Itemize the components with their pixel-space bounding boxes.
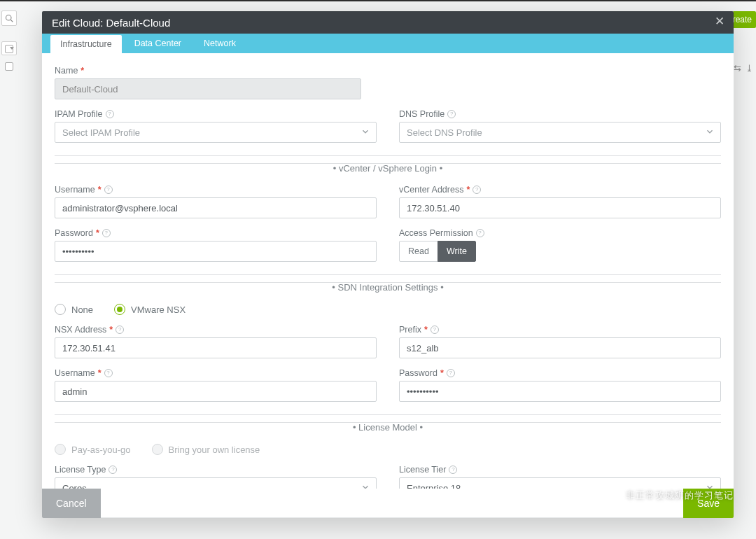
chevron-down-icon bbox=[360, 482, 370, 489]
help-icon[interactable]: ? bbox=[447, 369, 455, 377]
license-payg-radio[interactable]: Pay-as-you-go bbox=[55, 444, 131, 455]
vcenter-label: vCenter Address bbox=[399, 185, 463, 195]
tab-datacenter[interactable]: Data Center bbox=[125, 34, 191, 53]
access-label: Access Permission bbox=[399, 228, 473, 238]
chevron-down-icon bbox=[705, 127, 715, 139]
help-icon[interactable]: ? bbox=[449, 465, 457, 474]
username-input[interactable] bbox=[55, 197, 377, 218]
nsx-username-label: Username bbox=[55, 368, 95, 378]
license-tier-select[interactable]: Enterprise 18 bbox=[399, 477, 721, 489]
tab-infrastructure[interactable]: Infrastructure bbox=[50, 35, 122, 53]
download-icon[interactable]: ⤓ bbox=[746, 63, 753, 74]
help-icon[interactable]: ? bbox=[108, 465, 117, 474]
help-icon[interactable]: ? bbox=[104, 369, 113, 377]
svg-point-0 bbox=[6, 15, 12, 21]
chevron-down-icon bbox=[705, 482, 715, 489]
help-icon[interactable]: ? bbox=[106, 110, 114, 118]
help-icon[interactable]: ? bbox=[104, 186, 113, 194]
dns-profile-select[interactable]: Select DNS Profile bbox=[399, 122, 721, 143]
tab-network[interactable]: Network bbox=[194, 34, 246, 53]
search-button[interactable] bbox=[1, 10, 17, 26]
row-checkbox[interactable] bbox=[5, 62, 13, 71]
access-permission-toggle: Read Write bbox=[399, 241, 721, 262]
license-type-label: License Type bbox=[55, 465, 106, 475]
modal-body: Name* IPAM Profile ? Select IPAM Profile… bbox=[42, 53, 734, 489]
username-label: Username bbox=[55, 185, 95, 195]
nsx-address-label: NSX Address bbox=[55, 325, 106, 335]
modal-title: Edit Cloud: Default-Cloud bbox=[52, 17, 170, 29]
license-tier-label: License Tier bbox=[399, 465, 446, 475]
cancel-button[interactable]: Cancel bbox=[42, 489, 101, 518]
help-icon[interactable]: ? bbox=[115, 326, 124, 334]
nsx-prefix-input[interactable] bbox=[399, 337, 721, 358]
sdn-vmware-nsx-radio[interactable]: VMware NSX bbox=[114, 304, 186, 315]
svg-line-1 bbox=[10, 20, 13, 22]
save-button[interactable]: Save bbox=[683, 489, 734, 518]
section-license: • License Model • bbox=[55, 422, 721, 433]
section-sdn: • SDN Integration Settings • bbox=[55, 282, 721, 293]
help-icon[interactable]: ? bbox=[476, 229, 484, 237]
sdn-none-radio[interactable]: None bbox=[55, 304, 93, 315]
tab-bar: Infrastructure Data Center Network bbox=[42, 34, 734, 53]
dns-label: DNS Profile bbox=[399, 109, 444, 119]
help-icon[interactable]: ? bbox=[430, 326, 439, 334]
help-icon[interactable]: ? bbox=[472, 186, 481, 194]
access-read-button[interactable]: Read bbox=[399, 241, 438, 262]
chevron-down-icon bbox=[360, 127, 370, 139]
nsx-password-label: Password bbox=[399, 368, 438, 378]
name-label: Name bbox=[55, 66, 78, 76]
help-icon[interactable]: ? bbox=[102, 229, 111, 237]
section-vcenter: • vCenter / vSphere Login • bbox=[55, 163, 721, 174]
nsx-prefix-label: Prefix bbox=[399, 325, 421, 335]
modal-header: Edit Cloud: Default-Cloud ✕ bbox=[42, 11, 734, 34]
field-name: Name* bbox=[55, 66, 361, 99]
sync-icon[interactable]: ⇆ bbox=[734, 63, 741, 74]
modal-footer: Cancel Save bbox=[42, 489, 734, 518]
bulk-select-dropdown[interactable] bbox=[1, 41, 17, 55]
license-type-select[interactable]: Cores bbox=[55, 477, 377, 489]
help-icon[interactable]: ? bbox=[447, 110, 456, 118]
ipam-label: IPAM Profile bbox=[55, 109, 103, 119]
password-input[interactable] bbox=[55, 241, 377, 262]
edit-cloud-modal: Edit Cloud: Default-Cloud ✕ Infrastructu… bbox=[42, 11, 734, 518]
vcenter-address-input[interactable] bbox=[399, 197, 721, 218]
nsx-username-input[interactable] bbox=[55, 381, 377, 402]
ipam-profile-select[interactable]: Select IPAM Profile bbox=[55, 122, 377, 143]
name-input[interactable] bbox=[55, 78, 361, 99]
access-write-button[interactable]: Write bbox=[438, 241, 476, 262]
close-button[interactable]: ✕ bbox=[713, 15, 727, 29]
password-label: Password bbox=[55, 228, 93, 238]
license-byol-radio[interactable]: Bring your own license bbox=[152, 444, 260, 455]
nsx-address-input[interactable] bbox=[55, 337, 377, 358]
nsx-password-input[interactable] bbox=[399, 381, 721, 402]
